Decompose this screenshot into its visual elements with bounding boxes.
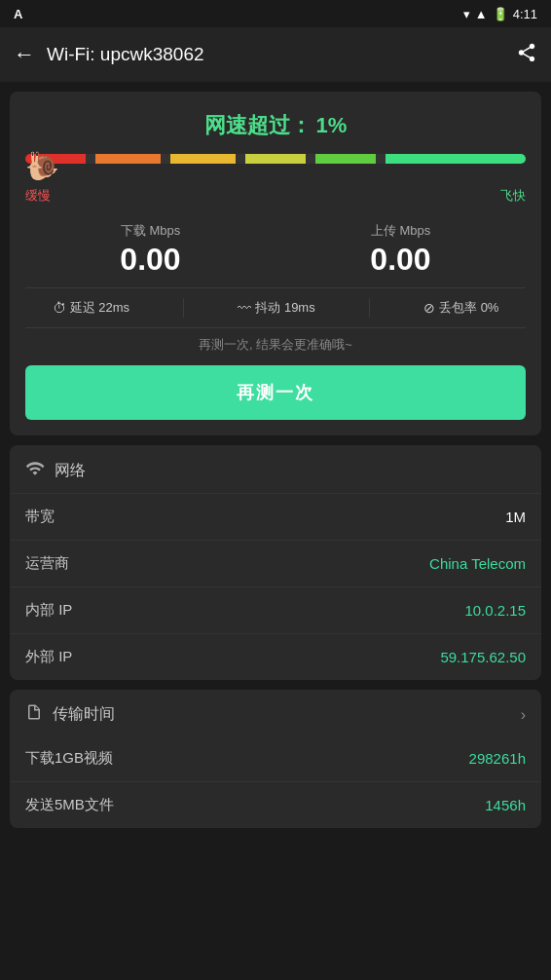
bar-seg-8 xyxy=(306,154,315,164)
top-bar-left: ← Wi-Fi: upcwk38062 xyxy=(14,42,204,67)
transfer-section-header[interactable]: 传输时间 › xyxy=(10,690,541,735)
divider-2 xyxy=(369,298,370,318)
bar-seg-6 xyxy=(236,154,245,164)
signal-status-icon: ▲ xyxy=(475,7,488,21)
latency-value: 延迟 22ms xyxy=(70,299,129,317)
transfer-header-label: 传输时间 xyxy=(53,704,115,725)
bar-seg-10 xyxy=(376,154,386,164)
external-ip-value: 59.175.62.50 xyxy=(440,649,526,665)
external-ip-row: 外部 IP 59.175.62.50 xyxy=(10,634,541,680)
network-section-header: 网络 xyxy=(10,445,541,494)
bandwidth-row: 带宽 1M xyxy=(10,494,541,541)
hint-text: 再测一次, 结果会更准确哦~ xyxy=(25,336,526,354)
test-again-button[interactable]: 再测一次 xyxy=(25,365,526,420)
speed-bar-container: 🐌 xyxy=(25,154,526,181)
network-header-label: 网络 xyxy=(55,461,86,481)
jitter-icon: 〰 xyxy=(238,300,251,316)
bar-seg-3 xyxy=(95,154,161,164)
bar-seg-5 xyxy=(170,154,236,164)
page-title: Wi-Fi: upcwk38062 xyxy=(47,44,204,65)
battery-status-icon: 🔋 xyxy=(493,7,508,21)
bar-seg-2 xyxy=(86,154,95,164)
download-metric: 下载 Mbps 0.00 xyxy=(120,222,180,278)
internal-ip-row: 内部 IP 10.0.2.15 xyxy=(10,587,541,634)
chevron-right-icon: › xyxy=(521,706,526,724)
divider-1 xyxy=(183,298,184,318)
bar-seg-7 xyxy=(245,154,306,164)
send-file-label: 发送5MB文件 xyxy=(25,796,114,814)
slow-label: 缓慢 xyxy=(25,187,51,205)
wifi-section-icon xyxy=(25,459,45,483)
bar-seg-9 xyxy=(315,154,376,164)
time-display: 4:11 xyxy=(513,7,537,21)
bandwidth-label: 带宽 xyxy=(25,508,55,526)
wifi-status-icon: ▾ xyxy=(463,7,470,21)
bandwidth-value: 1M xyxy=(505,509,526,525)
jitter-value: 抖动 19ms xyxy=(255,299,314,317)
fast-label: 飞快 xyxy=(500,187,526,205)
status-right: ▾ ▲ 🔋 4:11 xyxy=(463,7,537,21)
download-unit: 下载 Mbps xyxy=(120,222,180,240)
external-ip-label: 外部 IP xyxy=(25,648,72,666)
speed-card: 网速超过： 1% 🐌 缓慢 飞快 下载 Mbps 0.00 上传 Mbps xyxy=(10,92,541,435)
top-bar: ← Wi-Fi: upcwk38062 xyxy=(0,27,551,82)
carrier-label: 运营商 xyxy=(25,554,69,573)
file-section-icon xyxy=(25,703,43,726)
back-button[interactable]: ← xyxy=(14,42,35,67)
bar-seg-11 xyxy=(386,154,526,164)
network-section: 网络 带宽 1M 运营商 China Telecom 内部 IP 10.0.2.… xyxy=(10,445,541,680)
carrier-row: 运营商 China Telecom xyxy=(10,541,541,587)
speed-percent: 1% xyxy=(316,113,348,137)
download-video-label: 下载1GB视频 xyxy=(25,749,113,768)
upload-value: 0.00 xyxy=(370,242,430,278)
download-video-value: 298261h xyxy=(469,750,526,767)
app-icon: A xyxy=(14,7,22,21)
snail-icon: 🐌 xyxy=(25,150,59,182)
latency-icon: ⏱ xyxy=(53,300,66,316)
jitter-stat: 〰 抖动 19ms xyxy=(238,299,314,317)
speed-bar-labels: 缓慢 飞快 xyxy=(25,187,526,205)
upload-unit: 上传 Mbps xyxy=(370,222,430,240)
share-button[interactable] xyxy=(516,42,537,68)
internal-ip-value: 10.0.2.15 xyxy=(464,602,526,619)
latency-stat: ⏱ 延迟 22ms xyxy=(53,299,129,317)
bar-seg-4 xyxy=(161,154,170,164)
packet-loss-icon: ⊘ xyxy=(423,300,435,316)
upload-metric: 上传 Mbps 0.00 xyxy=(370,222,430,278)
download-value: 0.00 xyxy=(120,242,180,278)
speed-bar-track xyxy=(25,154,526,164)
internal-ip-label: 内部 IP xyxy=(25,601,72,620)
metrics-row: 下载 Mbps 0.00 上传 Mbps 0.00 xyxy=(25,222,526,278)
send-file-value: 1456h xyxy=(485,797,526,813)
packet-loss-stat: ⊘ 丢包率 0% xyxy=(423,299,498,317)
carrier-value: China Telecom xyxy=(429,555,526,572)
speed-label: 网速超过： 1% xyxy=(25,111,526,140)
stats-row: ⏱ 延迟 22ms 〰 抖动 19ms ⊘ 丢包率 0% xyxy=(25,287,526,328)
transfer-section: 传输时间 › 下载1GB视频 298261h 发送5MB文件 1456h xyxy=(10,690,541,828)
send-file-row: 发送5MB文件 1456h xyxy=(10,782,541,828)
packet-loss-value: 丢包率 0% xyxy=(439,299,498,317)
download-video-row: 下载1GB视频 298261h xyxy=(10,735,541,782)
status-bar: A ▾ ▲ 🔋 4:11 xyxy=(0,0,551,27)
